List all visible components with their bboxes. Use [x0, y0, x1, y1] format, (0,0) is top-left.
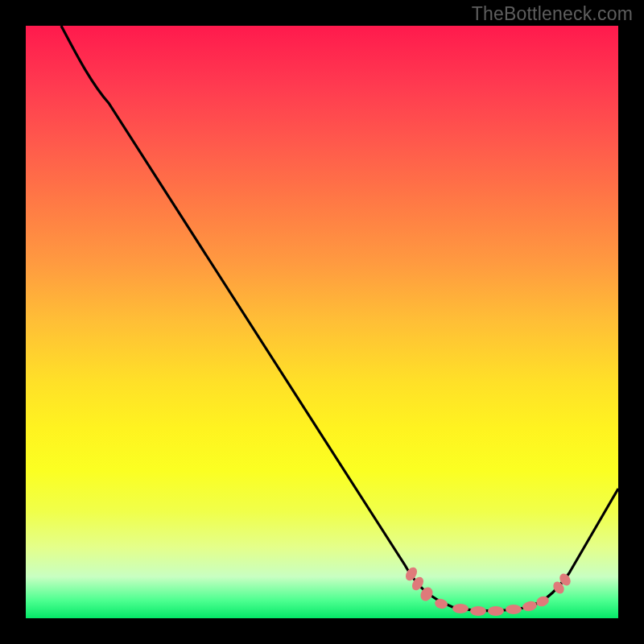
svg-point-5 — [470, 606, 486, 616]
curve-svg — [26, 26, 618, 618]
svg-point-8 — [522, 600, 538, 612]
chart-container: TheBottleneck.com — [0, 0, 644, 644]
svg-point-6 — [488, 606, 504, 616]
watermark-text: TheBottleneck.com — [472, 3, 633, 25]
plot-area — [26, 26, 618, 618]
svg-point-7 — [506, 605, 522, 614]
marker-group — [403, 565, 572, 616]
svg-point-4 — [452, 604, 469, 613]
bottleneck-curve — [61, 26, 618, 611]
